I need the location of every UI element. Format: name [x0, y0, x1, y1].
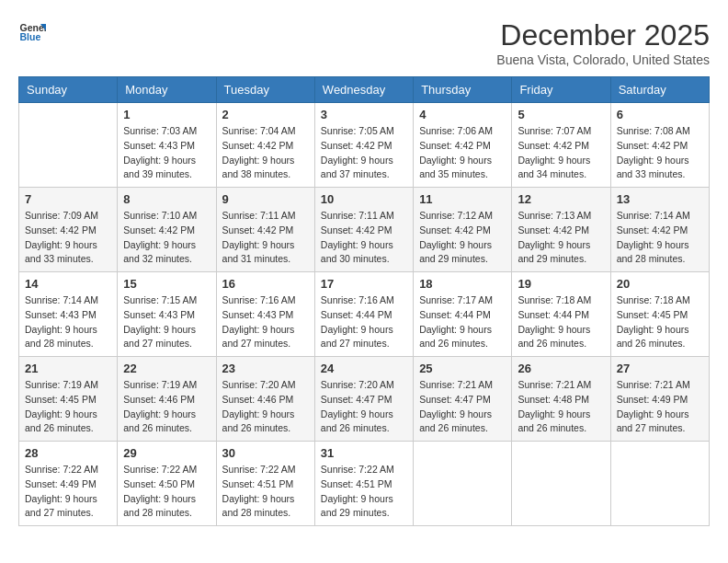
col-tuesday: Tuesday [216, 77, 314, 103]
day-info: Sunrise: 7:17 AMSunset: 4:44 PMDaylight:… [419, 293, 506, 351]
location: Buena Vista, Colorado, United States [496, 52, 710, 67]
day-info: Sunrise: 7:13 AMSunset: 4:42 PMDaylight:… [518, 209, 604, 267]
day-number: 19 [518, 277, 604, 291]
table-row [19, 103, 118, 188]
page-header: General Blue December 2025 Buena Vista, … [18, 18, 710, 67]
day-number: 27 [617, 362, 703, 375]
table-row: 30Sunrise: 7:22 AMSunset: 4:51 PMDayligh… [216, 442, 314, 526]
col-saturday: Saturday [610, 77, 709, 103]
day-info: Sunrise: 7:12 AMSunset: 4:42 PMDaylight:… [419, 209, 506, 267]
header-row: Sunday Monday Tuesday Wednesday Thursday… [19, 77, 710, 103]
table-row: 9Sunrise: 7:11 AMSunset: 4:42 PMDaylight… [216, 188, 314, 272]
day-number: 22 [123, 362, 210, 375]
table-row: 1Sunrise: 7:03 AMSunset: 4:43 PMDaylight… [118, 103, 216, 188]
calendar-week-row: 14Sunrise: 7:14 AMSunset: 4:43 PMDayligh… [19, 272, 710, 357]
day-info: Sunrise: 7:11 AMSunset: 4:42 PMDaylight:… [321, 209, 407, 267]
day-number: 31 [321, 446, 407, 460]
table-row: 22Sunrise: 7:19 AMSunset: 4:46 PMDayligh… [118, 357, 216, 442]
day-number: 24 [321, 362, 407, 375]
day-number: 20 [617, 277, 703, 291]
day-number: 5 [518, 108, 604, 121]
table-row: 27Sunrise: 7:21 AMSunset: 4:49 PMDayligh… [610, 357, 709, 442]
table-row: 25Sunrise: 7:21 AMSunset: 4:47 PMDayligh… [414, 357, 512, 442]
table-row: 5Sunrise: 7:07 AMSunset: 4:42 PMDaylight… [512, 103, 610, 188]
table-row: 14Sunrise: 7:14 AMSunset: 4:43 PMDayligh… [19, 272, 118, 357]
table-row: 28Sunrise: 7:22 AMSunset: 4:49 PMDayligh… [19, 442, 118, 526]
table-row: 12Sunrise: 7:13 AMSunset: 4:42 PMDayligh… [512, 188, 610, 272]
table-row: 4Sunrise: 7:06 AMSunset: 4:42 PMDaylight… [414, 103, 512, 188]
table-row: 21Sunrise: 7:19 AMSunset: 4:45 PMDayligh… [19, 357, 118, 442]
table-row: 31Sunrise: 7:22 AMSunset: 4:51 PMDayligh… [314, 442, 413, 526]
day-info: Sunrise: 7:05 AMSunset: 4:42 PMDaylight:… [321, 124, 407, 182]
logo: General Blue [18, 18, 46, 46]
day-info: Sunrise: 7:09 AMSunset: 4:42 PMDaylight:… [25, 209, 111, 267]
day-number: 8 [123, 192, 210, 206]
day-number: 12 [518, 192, 604, 206]
day-number: 4 [419, 108, 506, 121]
calendar-week-row: 1Sunrise: 7:03 AMSunset: 4:43 PMDaylight… [19, 103, 710, 188]
day-info: Sunrise: 7:20 AMSunset: 4:46 PMDaylight:… [222, 378, 309, 436]
col-sunday: Sunday [19, 77, 118, 103]
table-row: 29Sunrise: 7:22 AMSunset: 4:50 PMDayligh… [118, 442, 216, 526]
day-info: Sunrise: 7:22 AMSunset: 4:51 PMDaylight:… [222, 463, 309, 521]
table-row: 16Sunrise: 7:16 AMSunset: 4:43 PMDayligh… [216, 272, 314, 357]
day-info: Sunrise: 7:11 AMSunset: 4:42 PMDaylight:… [222, 209, 309, 267]
day-number: 25 [419, 362, 506, 375]
day-number: 7 [25, 192, 111, 206]
day-info: Sunrise: 7:16 AMSunset: 4:43 PMDaylight:… [222, 293, 309, 351]
table-row: 26Sunrise: 7:21 AMSunset: 4:48 PMDayligh… [512, 357, 610, 442]
day-number: 1 [123, 108, 210, 121]
col-thursday: Thursday [414, 77, 512, 103]
day-number: 14 [25, 277, 111, 291]
day-info: Sunrise: 7:14 AMSunset: 4:43 PMDaylight:… [25, 293, 111, 351]
table-row: 8Sunrise: 7:10 AMSunset: 4:42 PMDaylight… [118, 188, 216, 272]
day-info: Sunrise: 7:22 AMSunset: 4:51 PMDaylight:… [321, 463, 407, 521]
table-row: 17Sunrise: 7:16 AMSunset: 4:44 PMDayligh… [314, 272, 413, 357]
table-row: 2Sunrise: 7:04 AMSunset: 4:42 PMDaylight… [216, 103, 314, 188]
day-number: 29 [123, 446, 210, 460]
table-row: 23Sunrise: 7:20 AMSunset: 4:46 PMDayligh… [216, 357, 314, 442]
day-number: 6 [617, 108, 703, 121]
day-info: Sunrise: 7:22 AMSunset: 4:49 PMDaylight:… [25, 463, 111, 521]
col-monday: Monday [118, 77, 216, 103]
day-info: Sunrise: 7:15 AMSunset: 4:43 PMDaylight:… [123, 293, 210, 351]
day-number: 18 [419, 277, 506, 291]
day-number: 9 [222, 192, 309, 206]
col-friday: Friday [512, 77, 610, 103]
table-row [414, 442, 512, 526]
day-info: Sunrise: 7:21 AMSunset: 4:49 PMDaylight:… [617, 378, 703, 436]
table-row: 13Sunrise: 7:14 AMSunset: 4:42 PMDayligh… [610, 188, 709, 272]
table-row: 24Sunrise: 7:20 AMSunset: 4:47 PMDayligh… [314, 357, 413, 442]
table-row: 15Sunrise: 7:15 AMSunset: 4:43 PMDayligh… [118, 272, 216, 357]
day-info: Sunrise: 7:07 AMSunset: 4:42 PMDaylight:… [518, 124, 604, 182]
day-info: Sunrise: 7:06 AMSunset: 4:42 PMDaylight:… [419, 124, 506, 182]
day-number: 13 [617, 192, 703, 206]
day-info: Sunrise: 7:21 AMSunset: 4:48 PMDaylight:… [518, 378, 604, 436]
table-row: 20Sunrise: 7:18 AMSunset: 4:45 PMDayligh… [610, 272, 709, 357]
calendar-week-row: 21Sunrise: 7:19 AMSunset: 4:45 PMDayligh… [19, 357, 710, 442]
title-area: December 2025 Buena Vista, Colorado, Uni… [496, 18, 710, 67]
day-info: Sunrise: 7:20 AMSunset: 4:47 PMDaylight:… [321, 378, 407, 436]
day-number: 11 [419, 192, 506, 206]
day-info: Sunrise: 7:14 AMSunset: 4:42 PMDaylight:… [617, 209, 703, 267]
table-row: 19Sunrise: 7:18 AMSunset: 4:44 PMDayligh… [512, 272, 610, 357]
calendar-week-row: 7Sunrise: 7:09 AMSunset: 4:42 PMDaylight… [19, 188, 710, 272]
day-number: 28 [25, 446, 111, 460]
table-row [512, 442, 610, 526]
day-info: Sunrise: 7:22 AMSunset: 4:50 PMDaylight:… [123, 463, 210, 521]
day-info: Sunrise: 7:16 AMSunset: 4:44 PMDaylight:… [321, 293, 407, 351]
logo-icon: General Blue [18, 18, 46, 46]
day-info: Sunrise: 7:19 AMSunset: 4:46 PMDaylight:… [123, 378, 210, 436]
day-number: 26 [518, 362, 604, 375]
day-number: 15 [123, 277, 210, 291]
day-info: Sunrise: 7:10 AMSunset: 4:42 PMDaylight:… [123, 209, 210, 267]
svg-text:Blue: Blue [20, 31, 41, 42]
col-wednesday: Wednesday [314, 77, 413, 103]
day-number: 10 [321, 192, 407, 206]
table-row: 7Sunrise: 7:09 AMSunset: 4:42 PMDaylight… [19, 188, 118, 272]
day-info: Sunrise: 7:03 AMSunset: 4:43 PMDaylight:… [123, 124, 210, 182]
calendar-table: Sunday Monday Tuesday Wednesday Thursday… [18, 76, 710, 526]
month-title: December 2025 [496, 18, 710, 52]
day-number: 23 [222, 362, 309, 375]
day-number: 16 [222, 277, 309, 291]
